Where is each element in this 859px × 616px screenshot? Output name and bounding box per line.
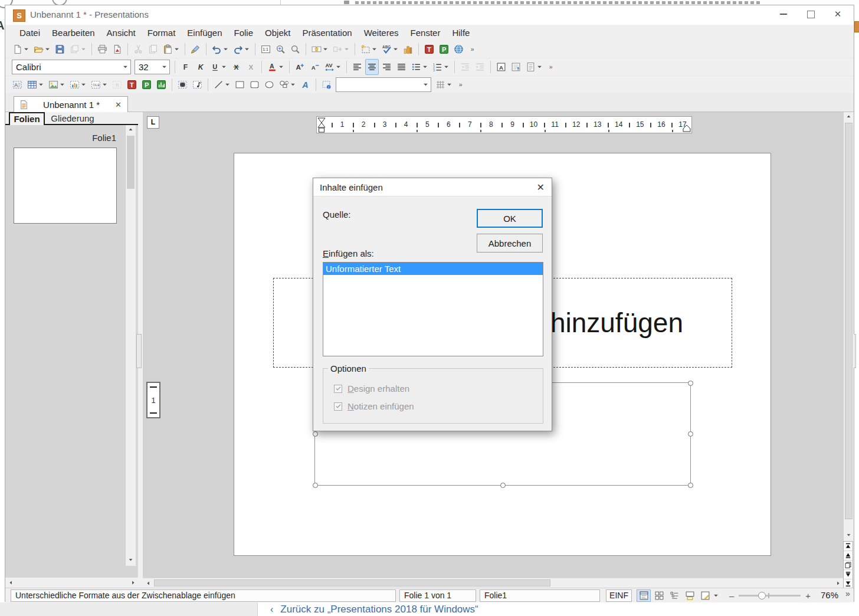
- object-properties-button[interactable]: i: [320, 77, 333, 93]
- character-dialog-button[interactable]: A: [494, 59, 508, 75]
- textmaker-button[interactable]: T: [422, 41, 436, 57]
- menu-weiteres[interactable]: Weiteres: [358, 25, 405, 41]
- view-sorter-button[interactable]: [652, 589, 666, 602]
- chevron-down-icon[interactable]: [159, 64, 169, 70]
- italic-button[interactable]: K: [194, 59, 207, 75]
- chevron-down-icon[interactable]: [221, 64, 227, 70]
- search-button[interactable]: [288, 41, 302, 57]
- chart-frame-button[interactable]: [68, 77, 88, 93]
- redo-button[interactable]: [231, 41, 251, 57]
- planmaker-chart-button[interactable]: [155, 77, 168, 93]
- chevron-down-icon[interactable]: [60, 82, 65, 87]
- scroll-left-icon[interactable]: [144, 579, 152, 587]
- spellcheck-button[interactable]: ABC: [380, 41, 400, 57]
- chevron-down-icon[interactable]: [422, 64, 428, 70]
- grid-button[interactable]: [434, 77, 454, 93]
- underline-button[interactable]: U: [208, 59, 228, 75]
- font-size-combo[interactable]: 32: [135, 60, 170, 74]
- chevron-down-icon[interactable]: [336, 64, 341, 70]
- chevron-down-icon[interactable]: [372, 47, 377, 52]
- zoom-slider-thumb[interactable]: [758, 592, 766, 599]
- object-name-combo[interactable]: [336, 77, 431, 92]
- back-link[interactable]: ‹Zurück zu „Presentations 2018 für Windo…: [270, 604, 478, 615]
- scroll-down-icon[interactable]: [126, 556, 136, 565]
- ok-button[interactable]: OK: [477, 209, 543, 228]
- view-outline-button[interactable]: [667, 589, 681, 602]
- media-gallery-button[interactable]: [401, 41, 415, 57]
- font-color-button[interactable]: A: [265, 59, 286, 75]
- bold-button[interactable]: F: [179, 59, 192, 75]
- ole-frame-button[interactable]: OLE: [89, 77, 109, 93]
- export-pdf-button[interactable]: [110, 41, 124, 57]
- view-notes-button[interactable]: [683, 589, 697, 602]
- zoom-slider[interactable]: [739, 595, 801, 597]
- scroll-down-icon[interactable]: [844, 532, 854, 540]
- panel-scrollbar-thumb[interactable]: [127, 136, 135, 189]
- chevron-down-icon[interactable]: [444, 64, 449, 70]
- media-frame-button[interactable]: [176, 77, 189, 93]
- align-left-button[interactable]: [350, 59, 364, 75]
- chevron-down-icon[interactable]: [38, 82, 44, 87]
- chevron-down-icon[interactable]: [102, 82, 107, 87]
- font-name-combo[interactable]: Calibri: [12, 60, 131, 74]
- panel-horizontal-scrollbar[interactable]: [5, 578, 138, 588]
- menu-fenster[interactable]: Fenster: [405, 25, 447, 41]
- selection-handle[interactable]: [688, 431, 693, 437]
- menu-objekt[interactable]: Objekt: [259, 25, 296, 41]
- insert-image-button[interactable]: [47, 77, 67, 93]
- selection-handle[interactable]: [688, 381, 693, 386]
- chevron-down-icon[interactable]: [420, 82, 431, 87]
- horizontal-scrollbar[interactable]: [143, 578, 843, 588]
- slide-overview-button[interactable]: [844, 561, 853, 570]
- menu-folie[interactable]: Folie: [228, 25, 260, 41]
- view-normal-button[interactable]: [637, 589, 651, 602]
- next-slide-button[interactable]: [844, 570, 853, 579]
- statusbar-overflow-icon[interactable]: »: [845, 589, 850, 598]
- web-browser-button[interactable]: [452, 41, 465, 57]
- chevron-down-icon[interactable]: [225, 82, 230, 87]
- selection-handle[interactable]: [688, 483, 693, 488]
- tab-gliederung[interactable]: Gliederung: [46, 112, 99, 125]
- slide-transition-button[interactable]: [310, 41, 330, 57]
- planmaker-button[interactable]: P: [437, 41, 451, 57]
- chevron-down-icon[interactable]: [713, 593, 719, 598]
- open-folder-button[interactable]: [32, 41, 52, 57]
- document-tab-close-icon[interactable]: ✕: [114, 100, 123, 109]
- bullet-list-button[interactable]: [409, 59, 430, 75]
- actual-size-button[interactable]: 1:1: [259, 41, 273, 57]
- chevron-down-icon[interactable]: [323, 47, 328, 52]
- strikethrough-button[interactable]: X: [229, 59, 243, 75]
- chevron-down-icon[interactable]: [537, 64, 542, 70]
- view-master-button[interactable]: [698, 589, 712, 602]
- textmaker-object-button[interactable]: T: [125, 77, 139, 93]
- format-painter-button[interactable]: [189, 41, 202, 57]
- status-slide-name[interactable]: Folie1: [480, 589, 600, 602]
- menu-datei[interactable]: Datei: [14, 25, 46, 41]
- paste-as-option[interactable]: Unformatierter Text: [323, 263, 543, 275]
- chevron-down-icon[interactable]: [244, 47, 250, 52]
- scroll-right-icon[interactable]: [129, 578, 137, 586]
- paste-button[interactable]: [161, 41, 181, 57]
- planmaker-object-button[interactable]: P: [140, 77, 153, 93]
- chevron-down-icon[interactable]: [447, 82, 452, 87]
- chevron-down-icon[interactable]: [24, 47, 29, 52]
- panel-collapse-handle-left[interactable]: [136, 334, 142, 368]
- paragraph-dialog-button[interactable]: [509, 59, 523, 75]
- shrink-font-button[interactable]: A: [308, 59, 322, 75]
- chevron-down-icon[interactable]: [81, 82, 86, 87]
- indent-marker-right[interactable]: [683, 124, 691, 132]
- close-button[interactable]: ✕: [824, 5, 851, 23]
- menu-format[interactable]: Format: [142, 25, 182, 41]
- selection-handle[interactable]: [313, 483, 318, 488]
- tab-type-selector[interactable]: L: [147, 116, 159, 129]
- print-button[interactable]: [96, 41, 109, 57]
- text-frame-button[interactable]: A: [11, 77, 24, 93]
- slide-thumbnail[interactable]: [14, 148, 117, 224]
- chevron-down-icon[interactable]: [174, 47, 179, 52]
- audio-frame-button[interactable]: [191, 77, 204, 93]
- draw-rect-button[interactable]: [233, 77, 247, 93]
- status-slide-position[interactable]: Folie 1 von 1: [399, 589, 476, 602]
- overflow-button[interactable]: »: [545, 59, 559, 75]
- dialog-close-icon[interactable]: ✕: [537, 182, 545, 193]
- chevron-down-icon[interactable]: [120, 64, 130, 70]
